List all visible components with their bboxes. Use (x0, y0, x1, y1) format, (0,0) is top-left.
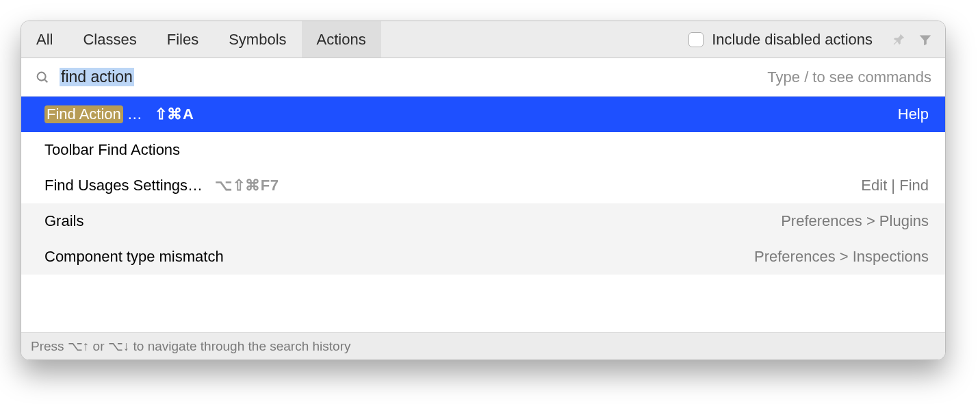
result-label: Find Usages Settings… (44, 177, 203, 194)
result-location: Edit | Find (861, 177, 929, 194)
filter-icon[interactable] (916, 31, 934, 49)
include-disabled-checkbox[interactable] (688, 32, 704, 47)
toolbar-right: Include disabled actions (688, 21, 945, 58)
search-input[interactable]: find action (60, 68, 134, 86)
results-blank (21, 275, 945, 332)
include-disabled-label[interactable]: Include disabled actions (712, 31, 873, 49)
result-row[interactable]: Grails Preferences > Plugins (21, 203, 945, 239)
result-row[interactable]: Find Usages Settings… ⌥⇧⌘F7 Edit | Find (21, 168, 945, 203)
search-everywhere-window: All Classes Files Symbols Actions Includ… (21, 21, 946, 360)
search-hint: Type / to see commands (767, 68, 931, 86)
tabs: All Classes Files Symbols Actions (21, 21, 381, 58)
footer-hint: Press ⌥↑ or ⌥↓ to navigate through the s… (21, 332, 945, 359)
pin-icon[interactable] (890, 31, 908, 49)
svg-point-0 (38, 72, 46, 80)
result-location: Preferences > Plugins (781, 212, 929, 230)
svg-line-1 (44, 79, 47, 81)
result-shortcut: ⌥⇧⌘F7 (215, 177, 279, 194)
result-row[interactable]: Find Action… ⇧⌘A Help (21, 97, 945, 132)
tab-classes[interactable]: Classes (68, 21, 151, 58)
result-location: Preferences > Inspections (754, 248, 929, 266)
result-shortcut: ⇧⌘A (155, 105, 194, 123)
results-list: Find Action… ⇧⌘A Help Toolbar Find Actio… (21, 97, 945, 332)
tab-files[interactable]: Files (152, 21, 214, 58)
tab-actions[interactable]: Actions (302, 21, 381, 58)
result-label: … (127, 105, 142, 123)
result-label: Component type mismatch (44, 248, 224, 266)
result-row[interactable]: Toolbar Find Actions (21, 132, 945, 168)
search-icon (35, 70, 50, 85)
tab-bar: All Classes Files Symbols Actions Includ… (21, 21, 945, 58)
search-bar: find action Type / to see commands (21, 58, 945, 97)
tab-all[interactable]: All (21, 21, 68, 58)
result-row[interactable]: Component type mismatch Preferences > In… (21, 239, 945, 275)
result-location: Help (898, 105, 929, 123)
result-label-highlight: Find Action (44, 105, 123, 123)
result-label: Toolbar Find Actions (44, 141, 180, 159)
result-label: Grails (44, 212, 83, 230)
tab-symbols[interactable]: Symbols (214, 21, 301, 58)
